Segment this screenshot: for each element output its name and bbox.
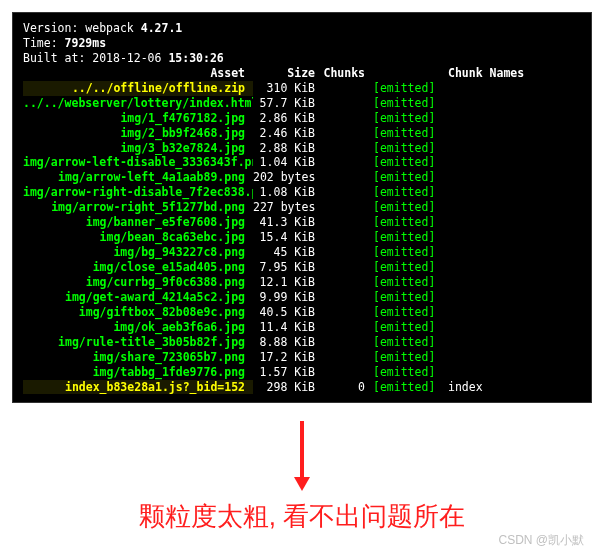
asset-file: img/1_f4767182.jpg — [23, 111, 253, 126]
col-chunk-names: Chunk Names — [448, 66, 543, 81]
col-chunks: Chunks — [323, 66, 373, 81]
asset-chunks — [323, 305, 373, 320]
chunk-names — [448, 275, 543, 290]
asset-size: 8.88 KiB — [253, 335, 323, 350]
table-row: img/get-award_4214a5c2.jpg9.99 KiB[emitt… — [23, 290, 581, 305]
chunk-names — [448, 96, 543, 111]
table-row: img/ok_aeb3f6a6.jpg11.4 KiB[emitted] — [23, 320, 581, 335]
col-size: Size — [253, 66, 323, 81]
chunk-names — [448, 260, 543, 275]
asset-file: img/2_bb9f2468.jpg — [23, 126, 253, 141]
table-row: img/3_b32e7824.jpg2.88 KiB[emitted] — [23, 141, 581, 156]
chunk-names — [448, 335, 543, 350]
table-row: ../../offline/offline.zip310 KiB[emitted… — [23, 81, 581, 96]
emitted-status: [emitted] — [373, 365, 448, 380]
asset-size: 2.88 KiB — [253, 141, 323, 156]
asset-file: img/arrow-right_5f1277bd.png — [23, 200, 253, 215]
table-row: img/2_bb9f2468.jpg2.46 KiB[emitted] — [23, 126, 581, 141]
asset-file: img/bean_8ca63ebc.jpg — [23, 230, 253, 245]
asset-chunks — [323, 320, 373, 335]
asset-size: 9.99 KiB — [253, 290, 323, 305]
asset-chunks — [323, 260, 373, 275]
table-header: Asset Size Chunks Chunk Names — [23, 66, 581, 81]
table-row: index_b83e28a1.js?_bid=152298 KiB0[emitt… — [23, 380, 581, 395]
chunk-names — [448, 320, 543, 335]
emitted-status: [emitted] — [373, 305, 448, 320]
asset-size: 202 bytes — [253, 170, 323, 185]
table-row: img/arrow-right-disable_7f2ec838.png1.08… — [23, 185, 581, 200]
asset-size: 2.86 KiB — [253, 111, 323, 126]
asset-chunks — [323, 350, 373, 365]
asset-chunks — [323, 170, 373, 185]
chunk-names — [448, 305, 543, 320]
built-line: Built at: 2018-12-06 15:30:26 — [23, 51, 581, 66]
col-spacer — [373, 66, 448, 81]
emitted-status: [emitted] — [373, 81, 448, 96]
chunk-names — [448, 365, 543, 380]
emitted-status: [emitted] — [373, 141, 448, 156]
table-row: img/bg_943227c8.png45 KiB[emitted] — [23, 245, 581, 260]
chunk-names — [448, 350, 543, 365]
emitted-status: [emitted] — [373, 111, 448, 126]
asset-size: 11.4 KiB — [253, 320, 323, 335]
table-row: ../../webserver/lottery/index.html57.7 K… — [23, 96, 581, 111]
chunk-names — [448, 170, 543, 185]
asset-file: img/close_e15ad405.png — [23, 260, 253, 275]
asset-size: 17.2 KiB — [253, 350, 323, 365]
table-rows: ../../offline/offline.zip310 KiB[emitted… — [23, 81, 581, 395]
asset-size: 1.57 KiB — [253, 365, 323, 380]
emitted-status: [emitted] — [373, 170, 448, 185]
emitted-status: [emitted] — [373, 126, 448, 141]
chunk-names — [448, 111, 543, 126]
asset-size: 1.04 KiB — [253, 155, 323, 170]
asset-size: 298 KiB — [253, 380, 323, 395]
asset-chunks — [323, 275, 373, 290]
asset-chunks: 0 — [323, 380, 373, 395]
chunk-names — [448, 290, 543, 305]
emitted-status: [emitted] — [373, 245, 448, 260]
svg-marker-1 — [294, 477, 310, 491]
asset-chunks — [323, 290, 373, 305]
table-row: img/tabbg_1fde9776.png1.57 KiB[emitted] — [23, 365, 581, 380]
asset-file: img/share_723065b7.png — [23, 350, 253, 365]
table-row: img/share_723065b7.png17.2 KiB[emitted] — [23, 350, 581, 365]
emitted-status: [emitted] — [373, 230, 448, 245]
asset-chunks — [323, 81, 373, 96]
emitted-status: [emitted] — [373, 200, 448, 215]
asset-chunks — [323, 155, 373, 170]
chunk-names — [448, 230, 543, 245]
asset-chunks — [323, 245, 373, 260]
emitted-status: [emitted] — [373, 260, 448, 275]
arrow-down-icon — [0, 421, 604, 491]
chunk-names — [448, 141, 543, 156]
asset-size: 45 KiB — [253, 245, 323, 260]
asset-file: img/arrow-right-disable_7f2ec838.png — [23, 185, 253, 200]
table-row: img/arrow-left-disable_3336343f.png1.04 … — [23, 155, 581, 170]
table-row: img/1_f4767182.jpg2.86 KiB[emitted] — [23, 111, 581, 126]
emitted-status: [emitted] — [373, 380, 448, 395]
emitted-status: [emitted] — [373, 320, 448, 335]
asset-size: 2.46 KiB — [253, 126, 323, 141]
table-row: img/currbg_9f0c6388.png12.1 KiB[emitted] — [23, 275, 581, 290]
emitted-status: [emitted] — [373, 215, 448, 230]
emitted-status: [emitted] — [373, 185, 448, 200]
table-row: img/arrow-right_5f1277bd.png227 bytes[em… — [23, 200, 581, 215]
table-row: img/close_e15ad405.png7.95 KiB[emitted] — [23, 260, 581, 275]
asset-size: 57.7 KiB — [253, 96, 323, 111]
col-asset: Asset — [23, 66, 253, 81]
emitted-status: [emitted] — [373, 350, 448, 365]
watermark: CSDN @凯小默 — [498, 532, 584, 549]
asset-file: img/giftbox_82b08e9c.png — [23, 305, 253, 320]
chunk-names — [448, 185, 543, 200]
asset-file: index_b83e28a1.js?_bid=152 — [23, 380, 253, 395]
asset-file: img/ok_aeb3f6a6.jpg — [23, 320, 253, 335]
asset-file: img/rule-title_3b05b82f.jpg — [23, 335, 253, 350]
asset-size: 12.1 KiB — [253, 275, 323, 290]
asset-chunks — [323, 200, 373, 215]
asset-file: img/currbg_9f0c6388.png — [23, 275, 253, 290]
emitted-status: [emitted] — [373, 96, 448, 111]
emitted-status: [emitted] — [373, 290, 448, 305]
chunk-names — [448, 81, 543, 96]
table-row: img/rule-title_3b05b82f.jpg8.88 KiB[emit… — [23, 335, 581, 350]
emitted-status: [emitted] — [373, 335, 448, 350]
